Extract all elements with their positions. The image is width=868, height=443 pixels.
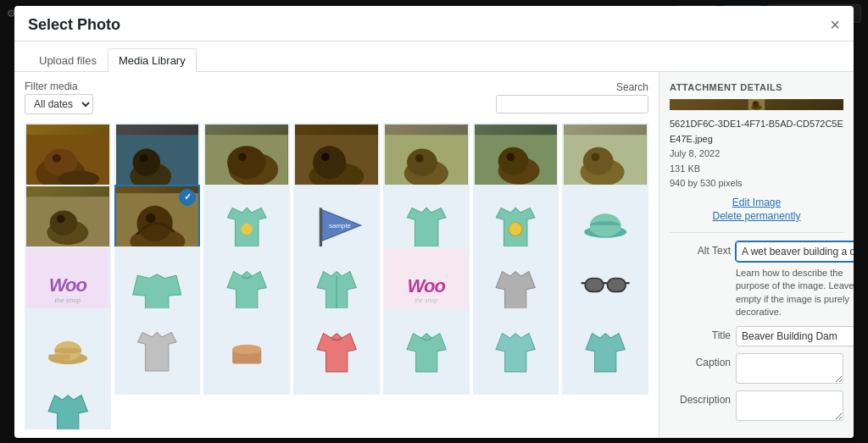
svg-rect-58	[607, 278, 626, 291]
list-item[interactable]	[293, 308, 380, 395]
svg-point-32	[57, 214, 65, 223]
svg-marker-49	[133, 274, 181, 311]
svg-marker-42	[407, 208, 446, 247]
search-input[interactable]	[496, 95, 648, 114]
attachment-filesize: 131 KB	[670, 162, 843, 177]
attachment-details-panel: ATTACHMENT DETAILS 5621DF6C-3DE1-4F71-B5…	[659, 72, 854, 438]
alt-text-helper: Learn how to describe the purpose of the…	[736, 267, 854, 319]
woo-text-2: Woo	[408, 275, 445, 297]
svg-rect-61	[48, 354, 70, 359]
filter-area: Filter media All dates	[25, 80, 93, 114]
alt-text-input[interactable]	[736, 241, 854, 262]
svg-point-12	[239, 152, 248, 161]
svg-point-7	[132, 148, 160, 176]
filter-label: Filter media	[25, 80, 93, 92]
divider	[670, 232, 843, 233]
media-toolbar: Filter media All dates Search	[25, 80, 648, 114]
title-field-row: Title	[670, 326, 843, 346]
search-area: Search	[496, 81, 648, 114]
caption-input[interactable]	[736, 353, 843, 384]
attachment-thumbnail	[670, 99, 843, 110]
svg-point-44	[509, 223, 522, 236]
svg-rect-57	[585, 278, 604, 291]
woo-text: Woo	[49, 274, 86, 296]
attachment-meta: 5621DF6C-3DE1-4F71-B5AD-CD572C5EE47E.jpe…	[670, 117, 843, 191]
modal-title: Select Photo	[28, 16, 120, 34]
description-label: Description	[670, 390, 731, 406]
svg-marker-69	[586, 333, 625, 371]
filter-select[interactable]: All dates	[25, 94, 93, 114]
svg-point-8	[139, 154, 147, 163]
attachment-details-title: ATTACHMENT DETAILS	[670, 82, 843, 92]
title-label: Title	[670, 326, 731, 341]
svg-point-16	[321, 152, 330, 161]
svg-rect-48	[590, 225, 620, 231]
svg-point-23	[498, 147, 528, 174]
svg-point-19	[407, 148, 437, 176]
list-item[interactable]	[562, 308, 648, 395]
svg-point-3	[53, 154, 61, 163]
list-item[interactable]	[25, 370, 111, 429]
modal-overlay: Select Photo × Upload files Media Librar…	[0, 0, 868, 443]
caption-label: Caption	[670, 353, 731, 368]
svg-point-28	[592, 152, 600, 161]
svg-marker-68	[496, 333, 535, 371]
svg-marker-50	[227, 271, 266, 309]
tab-upload[interactable]: Upload files	[28, 48, 108, 72]
media-panel: Filter media All dates Search	[14, 72, 659, 438]
svg-point-15	[313, 146, 346, 179]
svg-point-73	[753, 101, 760, 107]
description-field-row: Description	[670, 390, 843, 421]
modal-body: Filter media All dates Search	[14, 72, 854, 438]
svg-point-11	[227, 146, 266, 179]
attachment-filename: 5621DF6C-3DE1-4F71-B5AD-CD572C5EE47E.jpe…	[670, 117, 843, 147]
svg-marker-63	[138, 332, 177, 371]
alt-text-field-row: Alt Text Learn how to describe the purpo…	[670, 241, 843, 319]
attachment-dimensions: 940 by 530 pixels	[670, 176, 843, 191]
svg-point-24	[506, 152, 515, 161]
edit-image-button[interactable]: Edit Image	[670, 197, 843, 208]
svg-point-62	[54, 347, 81, 353]
modal-header: Select Photo ×	[14, 6, 854, 42]
list-item[interactable]	[383, 308, 470, 395]
delete-permanently-button[interactable]: Delete permanently	[670, 210, 843, 222]
search-label: Search	[616, 81, 648, 93]
caption-field-row: Caption	[670, 353, 843, 384]
select-photo-modal: Select Photo × Upload files Media Librar…	[14, 6, 854, 438]
svg-point-36	[146, 213, 155, 222]
title-input[interactable]	[736, 326, 854, 346]
svg-marker-67	[407, 333, 446, 371]
modal-tabs: Upload files Media Library	[14, 42, 854, 72]
svg-marker-66	[317, 333, 356, 371]
modal-close-button[interactable]: ×	[830, 16, 840, 33]
media-grid: ✓ sample	[25, 123, 648, 429]
list-item[interactable]	[203, 308, 290, 395]
svg-point-20	[415, 154, 424, 163]
svg-point-27	[583, 147, 614, 174]
alt-text-label: Alt Text	[670, 241, 731, 257]
tab-media-library[interactable]: Media Library	[108, 48, 197, 72]
list-item[interactable]	[473, 308, 559, 395]
svg-marker-53	[496, 271, 535, 309]
list-item[interactable]	[114, 308, 201, 395]
description-input[interactable]	[736, 390, 843, 421]
svg-point-38	[241, 224, 253, 235]
svg-point-65	[232, 344, 261, 353]
svg-text:sample: sample	[329, 223, 351, 230]
svg-point-74	[754, 102, 756, 103]
attachment-date: July 8, 2022	[670, 147, 843, 162]
svg-point-31	[50, 210, 78, 235]
svg-marker-70	[48, 396, 87, 429]
